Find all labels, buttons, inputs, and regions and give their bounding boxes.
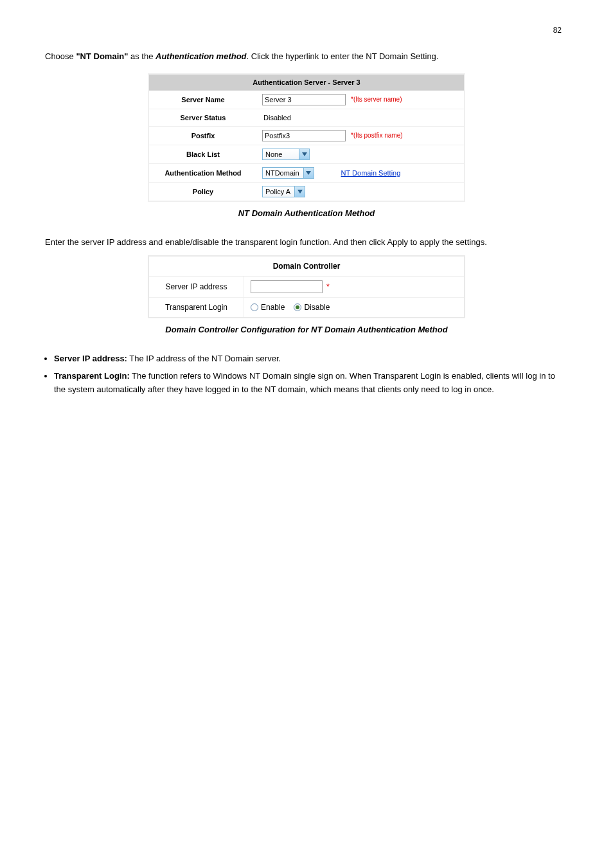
intro-text: Choose "NT Domain" as the Authentication… (45, 50, 568, 63)
black-list-select[interactable]: None (262, 149, 310, 160)
radio-disable (294, 303, 301, 311)
value-black-list: None (257, 145, 464, 163)
bullet-transparent-login-bold: Transparent Login: (54, 371, 130, 381)
row-postfix: Postfix *(Its postfix name) (149, 127, 464, 145)
bullet-transparent-login-text: The function refers to Windows NT Domain… (54, 371, 555, 394)
value-auth-method: NTDomain NT Domain Setting (257, 164, 464, 182)
auth-method-selected: NTDomain (263, 168, 303, 177)
intro-bold: "NT Domain" (76, 51, 128, 61)
auth-panel-title: Authentication Server - Server 3 (149, 75, 464, 91)
domain-controller-panel: Domain Controller Server IP address * Tr… (148, 255, 465, 318)
label-policy: Policy (149, 183, 257, 201)
paragraph-dc: Enter the server IP address and enable/d… (45, 236, 568, 249)
dc-label-ip: Server IP address (149, 276, 244, 297)
page-number: 82 (45, 26, 562, 35)
bullet-list: Server IP address: The IP address of the… (54, 352, 568, 396)
row-server-name: Server Name *(Its server name) (149, 91, 464, 109)
radio-enable (251, 303, 258, 311)
value-policy: Policy A (257, 183, 464, 201)
dc-value-ip: * (244, 276, 464, 297)
server-status-value: Disabled (262, 114, 291, 122)
intro-mid: as the (128, 51, 155, 61)
bullet-server-ip: Server IP address: The IP address of the… (54, 352, 568, 366)
bullet-transparent-login: Transparent Login: The function refers t… (54, 370, 568, 397)
row-policy: Policy Policy A (149, 183, 464, 201)
bullet-server-ip-text: The IP address of the NT Domain server. (127, 354, 281, 363)
black-list-selected: None (263, 150, 299, 159)
radio-enable-label: Enable (261, 303, 285, 312)
bullet-server-ip-bold: Server IP address: (54, 354, 127, 363)
intro-prefix: Choose (45, 51, 76, 61)
intro-italic: Authentication method (155, 51, 247, 61)
chevron-down-icon (294, 186, 305, 197)
intro-suffix: . Click the hyperlink to enter the NT Do… (247, 51, 439, 61)
label-server-status: Server Status (149, 109, 257, 126)
policy-selected: Policy A (263, 187, 294, 196)
value-postfix: *(Its postfix name) (257, 127, 464, 145)
label-black-list: Black List (149, 145, 257, 163)
dc-row-ip: Server IP address * (149, 276, 464, 298)
caption-auth-panel: NT Domain Authentication Method (45, 208, 568, 218)
chevron-down-icon (303, 168, 314, 178)
postfix-input[interactable] (262, 130, 346, 141)
value-server-status: Disabled (257, 109, 464, 126)
dc-row-transparent: Transparent Login Enable Disable (149, 298, 464, 317)
server-name-input[interactable] (262, 94, 346, 105)
dc-title: Domain Controller (149, 257, 464, 276)
dc-value-transparent: Enable Disable (244, 298, 464, 317)
row-auth-method: Authentication Method NTDomain NT Domain… (149, 164, 464, 183)
radio-disable-wrap[interactable]: Disable (294, 303, 330, 312)
label-server-name: Server Name (149, 91, 257, 109)
required-star-icon: * (326, 282, 330, 291)
dc-label-transparent: Transparent Login (149, 298, 244, 317)
chevron-down-icon (299, 149, 309, 159)
auth-method-select[interactable]: NTDomain (262, 167, 314, 179)
server-ip-input[interactable] (251, 280, 323, 293)
radio-disable-label: Disable (304, 303, 330, 312)
auth-server-panel: Authentication Server - Server 3 Server … (148, 73, 465, 202)
label-postfix: Postfix (149, 127, 257, 145)
server-name-hint: *(Its server name) (351, 96, 402, 103)
value-server-name: *(Its server name) (257, 91, 464, 109)
policy-select[interactable]: Policy A (262, 186, 305, 197)
nt-domain-setting-link[interactable]: NT Domain Setting (341, 169, 401, 177)
radio-enable-wrap[interactable]: Enable (251, 303, 285, 312)
caption-dc-panel: Domain Controller Configuration for NT D… (45, 325, 568, 334)
label-auth-method: Authentication Method (149, 164, 257, 182)
postfix-hint: *(Its postfix name) (351, 132, 403, 139)
row-black-list: Black List None (149, 145, 464, 164)
row-server-status: Server Status Disabled (149, 109, 464, 127)
